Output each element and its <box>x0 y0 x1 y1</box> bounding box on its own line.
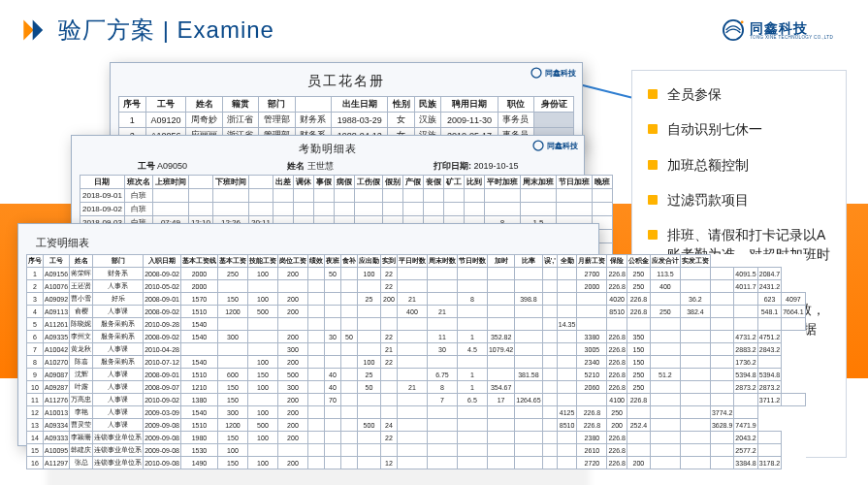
table-row: 10A09287叶露人事课2008-09-0712101501003004050… <box>27 381 806 394</box>
bullet-icon <box>648 89 658 99</box>
table-row: 9A09087沈辉人事课2008-09-01151060015050040256… <box>27 369 806 381</box>
feature-item: 加班总额控制 <box>648 155 832 175</box>
table-row: 12A10013李艳人事课2009-03-0915403001002004125… <box>27 406 806 419</box>
table-row: 3A09092曹小雪好乐2008-09-01157015010020025200… <box>27 293 806 306</box>
table-row: 1A09120周奇妙浙江省管理部财务系1988-03-29女汉族2009-11-… <box>119 113 574 128</box>
table-row: 2018-09-01白班 <box>80 189 613 203</box>
table-row: 5A11261陈晓妮服务采购系2010-09-28154014.35 <box>27 318 806 331</box>
svg-marker-1 <box>33 20 43 41</box>
table-row: 16A11297张总连锁事业单位系2010-09-081490150100200… <box>27 457 806 469</box>
svg-point-4 <box>531 68 541 78</box>
table-row: 6A09335李州文服务采购系2008-09-02154030020030502… <box>27 331 806 343</box>
bullet-icon <box>648 160 658 170</box>
table-row: 11A11276万高忠人事课2010-09-0213801502007076.5… <box>27 394 806 406</box>
svg-marker-0 <box>23 20 33 41</box>
attendance-window-logo: 同鑫科技 <box>532 140 578 151</box>
attendance-title: 考勤明细表 <box>80 142 576 156</box>
brand-name-cn: 同鑫科技 <box>750 21 843 35</box>
feature-item: 过滤罚款项目 <box>648 190 832 210</box>
attendance-meta: 工号 A09050 姓名 王世慧 打印日期: 2019-10-15 <box>80 156 576 175</box>
table-row: 2018-09-02白班 <box>80 203 613 216</box>
brand-name-en: TONG XINE TECHNOLOGY CO.,LTD <box>750 35 833 40</box>
bullet-icon <box>648 124 658 134</box>
payroll-title: 工资明细表 <box>26 230 591 254</box>
table-row: 4A09113俞樱人事课2008-09-02151012005002004002… <box>27 306 806 318</box>
brand-logo: 同鑫科技 TONG XINE TECHNOLOGY CO.,LTD <box>723 19 843 41</box>
table-row: 2A10076王还贤人事系2010-05-022000222000226.825… <box>27 280 806 293</box>
table-row: 1A09156蒋荣晖财务系2008-09-0220002501002005010… <box>27 268 806 280</box>
table-row: 7A10042黄龙秋人事课2010-04-2830021304.51079.42… <box>27 343 806 356</box>
feature-item: 自动识别七休一 <box>648 119 832 139</box>
chevron-icon <box>21 16 48 44</box>
roster-title: 员工花名册 <box>118 69 574 96</box>
payroll-window: 工资明细表 序号工号姓名部门入职日期基本工资线基本工资技能工资岗位工资绩效夜班食… <box>17 223 599 446</box>
feature-text: 过滤罚款项目 <box>667 190 749 210</box>
roster-window-logo: 同鑫科技 <box>530 67 576 79</box>
feature-text: 加班总额控制 <box>667 155 749 175</box>
table-row: 15A10095韩建庆连锁事业单位系2009-09-08153010026102… <box>27 444 806 457</box>
svg-point-5 <box>533 141 543 150</box>
feature-text: 自动识别七休一 <box>667 119 762 139</box>
bullet-icon <box>648 230 658 240</box>
table-row: 14A09333李颖珊连锁事业单位系2009-09-08198015010020… <box>27 432 806 444</box>
feature-text: 全员参保 <box>667 84 722 104</box>
page-title: 验厂方案 | Examine <box>58 15 274 46</box>
table-row: 8A10270陈嘉服务采购系2010-07-121540100200100222… <box>27 356 806 369</box>
table-row: 13A09334曹灵莹人事课2009-09-081510120050020050… <box>27 419 806 432</box>
svg-point-3 <box>741 20 744 23</box>
bullet-icon <box>648 195 658 205</box>
brand-logo-icon <box>723 19 744 41</box>
feature-item: 全员参保 <box>648 84 832 104</box>
payroll-table: 序号工号姓名部门入职日期基本工资线基本工资技能工资岗位工资绩效夜班食补应出勤实到… <box>26 254 806 469</box>
